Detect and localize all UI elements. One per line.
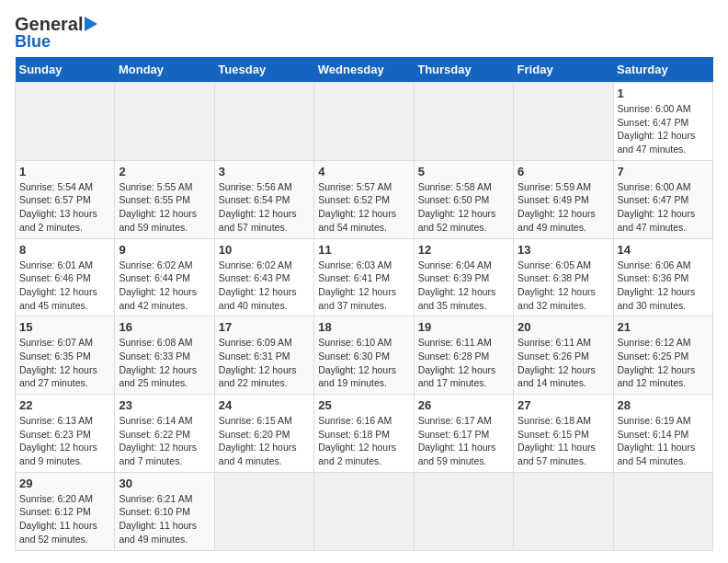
day-number: 6 — [518, 165, 609, 178]
logo-text: General — [15, 15, 83, 33]
day-number: 12 — [418, 243, 509, 257]
day-number: 25 — [318, 398, 409, 412]
day-number: 14 — [618, 243, 709, 257]
day-info: Sunrise: 6:20 AMSunset: 6:12 PMDaylight:… — [19, 492, 110, 546]
day-info: Sunrise: 6:09 AMSunset: 6:31 PMDaylight:… — [219, 336, 310, 390]
calendar-cell — [314, 83, 414, 161]
calendar-cell: 12Sunrise: 6:04 AMSunset: 6:39 PMDayligh… — [414, 238, 513, 316]
day-info: Sunrise: 5:59 AMSunset: 6:49 PMDaylight:… — [518, 180, 609, 235]
day-number: 10 — [219, 243, 310, 257]
day-number: 5 — [418, 165, 509, 178]
calendar-cell — [214, 472, 313, 550]
day-info: Sunrise: 6:10 AMSunset: 6:30 PMDaylight:… — [318, 336, 409, 390]
day-info: Sunrise: 6:07 AMSunset: 6:35 PMDaylight:… — [19, 336, 110, 390]
calendar-cell: 10Sunrise: 6:02 AMSunset: 6:43 PMDayligh… — [214, 238, 313, 316]
day-info: Sunrise: 6:08 AMSunset: 6:33 PMDaylight:… — [119, 336, 210, 390]
calendar-cell: 17Sunrise: 6:09 AMSunset: 6:31 PMDayligh… — [214, 316, 313, 395]
calendar-cell — [314, 472, 414, 550]
day-number: 17 — [219, 320, 310, 334]
day-info: Sunrise: 6:17 AMSunset: 6:17 PMDaylight:… — [418, 414, 509, 468]
day-number: 27 — [518, 398, 609, 412]
column-header-saturday: Saturday — [613, 57, 712, 83]
day-info: Sunrise: 6:03 AMSunset: 6:41 PMDaylight:… — [318, 259, 409, 313]
day-number: 15 — [19, 320, 110, 334]
column-header-friday: Friday — [514, 57, 613, 83]
calendar-cell: 7Sunrise: 6:00 AMSunset: 6:47 PMDaylight… — [613, 160, 712, 238]
logo: General Blue — [15, 15, 97, 50]
column-header-sunday: Sunday — [16, 57, 115, 83]
calendar-cell: 15Sunrise: 6:07 AMSunset: 6:35 PMDayligh… — [16, 316, 115, 395]
calendar-cell: 1Sunrise: 5:54 AMSunset: 6:57 PMDaylight… — [16, 160, 115, 238]
day-info: Sunrise: 6:13 AMSunset: 6:23 PMDaylight:… — [19, 414, 110, 468]
day-number: 19 — [418, 320, 509, 334]
day-number: 13 — [518, 243, 609, 257]
calendar-cell: 18Sunrise: 6:10 AMSunset: 6:30 PMDayligh… — [314, 316, 414, 395]
day-number: 30 — [119, 477, 210, 490]
day-info: Sunrise: 6:11 AMSunset: 6:26 PMDaylight:… — [518, 336, 609, 390]
calendar-cell: 9Sunrise: 6:02 AMSunset: 6:44 PMDaylight… — [115, 238, 214, 316]
calendar-week-row: 22Sunrise: 6:13 AMSunset: 6:23 PMDayligh… — [16, 395, 713, 473]
calendar-cell: 16Sunrise: 6:08 AMSunset: 6:33 PMDayligh… — [115, 316, 214, 395]
calendar-header-row: SundayMondayTuesdayWednesdayThursdayFrid… — [16, 57, 713, 83]
column-header-thursday: Thursday — [414, 57, 513, 83]
day-info: Sunrise: 6:04 AMSunset: 6:39 PMDaylight:… — [418, 259, 509, 313]
calendar-week-row: 1Sunrise: 6:00 AMSunset: 6:47 PMDaylight… — [16, 83, 713, 161]
calendar-cell — [115, 83, 214, 161]
day-info: Sunrise: 6:00 AMSunset: 6:47 PMDaylight:… — [618, 102, 709, 156]
calendar-cell: 26Sunrise: 6:17 AMSunset: 6:17 PMDayligh… — [414, 395, 513, 473]
day-info: Sunrise: 6:11 AMSunset: 6:28 PMDaylight:… — [418, 336, 509, 390]
day-number: 8 — [19, 243, 110, 257]
day-info: Sunrise: 6:02 AMSunset: 6:43 PMDaylight:… — [219, 259, 310, 313]
calendar-cell: 30Sunrise: 6:21 AMSunset: 6:10 PMDayligh… — [115, 472, 214, 550]
calendar-cell — [514, 83, 613, 161]
day-info: Sunrise: 5:58 AMSunset: 6:50 PMDaylight:… — [418, 180, 509, 235]
day-number: 23 — [119, 398, 210, 412]
day-info: Sunrise: 6:21 AMSunset: 6:10 PMDaylight:… — [119, 492, 210, 546]
calendar-cell: 4Sunrise: 5:57 AMSunset: 6:52 PMDaylight… — [314, 160, 414, 238]
day-number: 4 — [318, 165, 409, 178]
day-info: Sunrise: 6:19 AMSunset: 6:14 PMDaylight:… — [618, 414, 709, 468]
day-info: Sunrise: 6:12 AMSunset: 6:25 PMDaylight:… — [618, 336, 709, 390]
calendar-cell: 27Sunrise: 6:18 AMSunset: 6:15 PMDayligh… — [514, 395, 613, 473]
day-info: Sunrise: 6:01 AMSunset: 6:46 PMDaylight:… — [19, 259, 110, 313]
calendar-cell: 29Sunrise: 6:20 AMSunset: 6:12 PMDayligh… — [16, 472, 115, 550]
calendar-cell: 13Sunrise: 6:05 AMSunset: 6:38 PMDayligh… — [514, 238, 613, 316]
calendar-cell: 11Sunrise: 6:03 AMSunset: 6:41 PMDayligh… — [314, 238, 414, 316]
calendar-cell — [214, 83, 313, 161]
calendar-cell: 21Sunrise: 6:12 AMSunset: 6:25 PMDayligh… — [613, 316, 712, 395]
calendar-cell: 2Sunrise: 5:55 AMSunset: 6:55 PMDaylight… — [115, 160, 214, 238]
day-number: 16 — [119, 320, 210, 334]
calendar-cell — [414, 83, 513, 161]
day-number: 2 — [119, 165, 210, 178]
column-header-tuesday: Tuesday — [214, 57, 313, 83]
calendar-cell: 22Sunrise: 6:13 AMSunset: 6:23 PMDayligh… — [16, 395, 115, 473]
day-info: Sunrise: 6:15 AMSunset: 6:20 PMDaylight:… — [219, 414, 310, 468]
calendar-cell: 8Sunrise: 6:01 AMSunset: 6:46 PMDaylight… — [16, 238, 115, 316]
day-info: Sunrise: 5:54 AMSunset: 6:57 PMDaylight:… — [19, 180, 110, 235]
logo-blue: Blue — [15, 33, 51, 50]
day-info: Sunrise: 6:16 AMSunset: 6:18 PMDaylight:… — [318, 414, 409, 468]
day-number: 28 — [618, 398, 709, 412]
calendar-week-row: 29Sunrise: 6:20 AMSunset: 6:12 PMDayligh… — [16, 472, 713, 550]
day-number: 7 — [618, 165, 709, 178]
day-number: 18 — [318, 320, 409, 334]
calendar-cell: 24Sunrise: 6:15 AMSunset: 6:20 PMDayligh… — [214, 395, 313, 473]
calendar-cell: 14Sunrise: 6:06 AMSunset: 6:36 PMDayligh… — [613, 238, 712, 316]
day-number: 24 — [219, 398, 310, 412]
day-number: 1 — [19, 165, 110, 178]
calendar-cell: 23Sunrise: 6:14 AMSunset: 6:22 PMDayligh… — [115, 395, 214, 473]
calendar-cell: 19Sunrise: 6:11 AMSunset: 6:28 PMDayligh… — [414, 316, 513, 395]
calendar-week-row: 8Sunrise: 6:01 AMSunset: 6:46 PMDaylight… — [16, 238, 713, 316]
day-number: 11 — [318, 243, 409, 257]
calendar-cell: 20Sunrise: 6:11 AMSunset: 6:26 PMDayligh… — [514, 316, 613, 395]
calendar-cell: 28Sunrise: 6:19 AMSunset: 6:14 PMDayligh… — [613, 395, 712, 473]
calendar-cell — [514, 472, 613, 550]
page-header: General Blue — [15, 15, 713, 50]
column-header-monday: Monday — [115, 57, 214, 83]
calendar-cell — [414, 472, 513, 550]
day-number: 3 — [219, 165, 310, 178]
column-header-wednesday: Wednesday — [314, 57, 414, 83]
calendar-week-row: 1Sunrise: 5:54 AMSunset: 6:57 PMDaylight… — [16, 160, 713, 238]
day-number: 21 — [618, 320, 709, 334]
day-info: Sunrise: 6:02 AMSunset: 6:44 PMDaylight:… — [119, 259, 210, 313]
